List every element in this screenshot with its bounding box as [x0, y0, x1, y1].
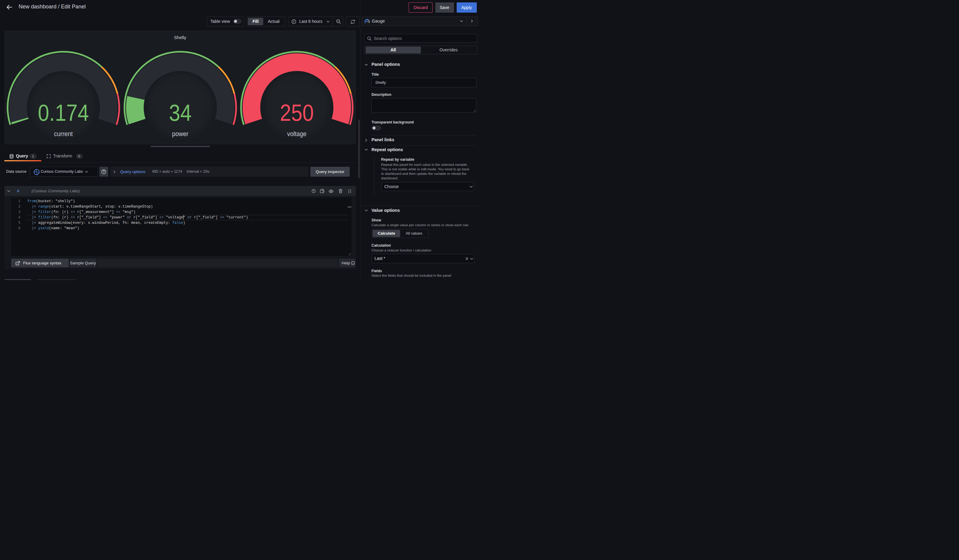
svg-text:79: 79 [366, 21, 368, 22]
